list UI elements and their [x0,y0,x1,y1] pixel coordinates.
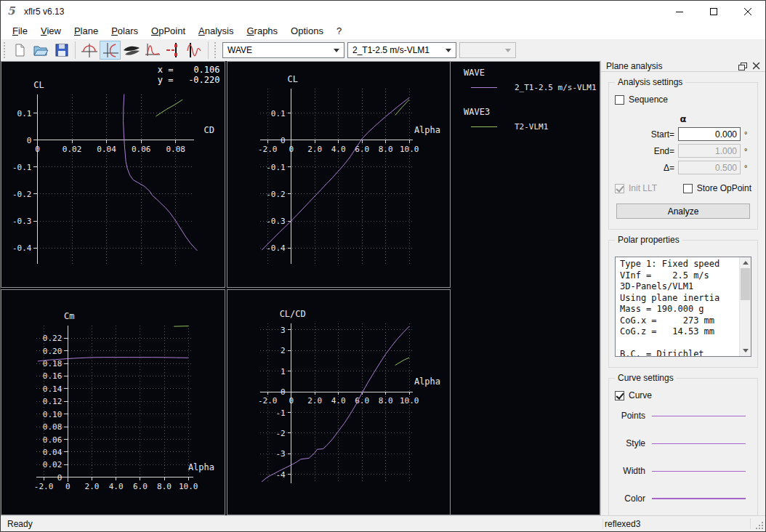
new-file-icon [12,43,27,57]
legend-entry[interactable]: T2-VLM1 [451,121,600,132]
param-input[interactable] [678,127,741,141]
svg-text:-3: -3 [275,449,285,459]
scrollbar-thumb[interactable] [741,268,750,300]
chevron-down-icon [446,49,451,52]
toolbar-grip[interactable] [4,42,6,58]
svg-text:1: 1 [281,366,286,376]
open-file-button[interactable] [30,41,51,60]
close-panel-icon[interactable] [753,63,760,70]
graph-clcd-alpha[interactable]: -2.002.04.06.08.010.03210-1-2-3-4CL/CDAl… [227,289,451,516]
param-label: Start= [651,129,674,140]
svg-text:-0.4: -0.4 [12,243,32,253]
svg-text:10.0: 10.0 [399,396,419,406]
toolbar: WAVE2_T1-2.5 m/s-VLM1 [1,39,765,61]
legend-group: WAVE3T2-VLM1 [451,107,600,132]
scroll-up-icon[interactable] [743,261,749,265]
minimize-icon [676,8,684,16]
toolbar-grip[interactable] [214,42,217,58]
svg-text:0: 0 [35,145,40,154]
svg-text:8.0: 8.0 [378,145,392,154]
svg-text:0.22: 0.22 [43,334,63,343]
curve-width-selector[interactable]: Width [609,466,746,476]
time-response-view-icon [186,42,203,58]
dock-title-bar[interactable]: Plane analysis [601,61,765,72]
svg-text:-0.3: -0.3 [266,217,286,226]
legend-entry[interactable]: 2_T1-2.5 m/s-VLM1 [451,82,600,92]
svg-text:2.0: 2.0 [307,145,322,154]
curve-row-label: Style [609,438,645,448]
svg-text:0: 0 [289,145,294,154]
menu-view[interactable]: View [34,24,68,38]
close-button[interactable] [731,1,765,23]
param-row-0: Start=° [609,127,750,141]
save-button[interactable] [51,41,72,60]
status-plane-name: reflexed3 [605,519,640,529]
menu-plane[interactable]: Plane [68,24,105,38]
svg-text:-2.0: -2.0 [257,396,277,406]
polar-arc-view-button[interactable] [78,41,100,60]
curve-checkbox[interactable] [615,391,624,400]
menu-polars[interactable]: Polars [105,24,145,38]
graph-cl-alpha[interactable]: -2.002.04.06.08.010.00.10-0.1-0.2-0.3-0.… [227,61,451,288]
legend-label: 2_T1-2.5 m/s-VLM1 [515,83,597,92]
svg-text:-1: -1 [275,408,285,417]
menu-help[interactable]: ? [330,24,348,38]
curve-style-selector[interactable]: Style [609,438,746,448]
float-panel-icon[interactable] [738,63,747,70]
svg-text:0: 0 [289,396,294,406]
menu-analysis[interactable]: Analysis [192,24,240,38]
minimize-button[interactable] [663,1,697,23]
svg-text:0: 0 [57,472,63,482]
legend-polar-name: WAVE [464,68,600,78]
curve-line-sample [652,416,746,416]
param-rows: Start=°End=°Δ=° [609,127,757,174]
svg-text:8.0: 8.0 [378,396,392,406]
graph-cm-alpha[interactable]: -2.002.04.06.08.010.00.220.200.180.160.1… [1,289,225,516]
polar-properties-scrollbar[interactable] [739,257,751,356]
polar-graph-view-button[interactable] [100,41,121,60]
menu-graphs[interactable]: Graphs [240,24,284,38]
svg-text:0.06: 0.06 [132,145,151,154]
maximize-button[interactable] [697,1,731,23]
new-file-button[interactable] [9,41,30,60]
svg-text:10.0: 10.0 [179,481,198,491]
curve-points-selector[interactable]: Points [609,411,746,421]
wing-3d-view-button[interactable] [121,41,142,60]
svg-text:4.0: 4.0 [331,145,345,154]
curve-style-rows: PointsStyleWidthColor [609,411,757,504]
scroll-down-icon[interactable] [743,349,749,352]
menu-file[interactable]: File [6,24,34,38]
polar-graphs: x = 0.106 y = -0.220 00.020.040.060.080.… [1,61,451,515]
graph-cl-cd[interactable]: x = 0.106 y = -0.220 00.020.040.060.080.… [1,61,225,288]
cp-view-button[interactable] [142,41,163,60]
curve-color-selector[interactable]: Color [609,493,746,504]
svg-text:CD: CD [204,125,214,135]
stability-view-button[interactable] [163,41,184,60]
polar-legend[interactable]: WAVE2_T1-2.5 m/s-VLM1WAVE3T2-VLM1 [451,61,600,515]
svg-text:CL: CL [33,80,44,90]
dock-title: Plane analysis [606,61,662,71]
svg-text:Cm: Cm [64,310,74,321]
menu-options[interactable]: Options [284,24,330,38]
svg-text:Alpha: Alpha [188,462,214,472]
svg-text:-0.4: -0.4 [266,243,286,253]
svg-text:-0.3: -0.3 [12,217,32,226]
analyze-button[interactable]: Analyze [616,203,750,219]
toolbar-combo-0[interactable]: WAVE [222,42,344,58]
svg-text:0.06: 0.06 [43,435,63,444]
menu-oppoint[interactable]: OpPoint [145,24,192,38]
store-oppoint-row[interactable]: Store OpPoint [683,183,751,193]
svg-text:0.1: 0.1 [270,109,285,118]
sequence-checkbox-row[interactable]: Sequence [615,94,757,105]
legend-line-sample [471,126,497,127]
sequence-checkbox[interactable] [615,95,624,105]
svg-text:0.08: 0.08 [43,422,63,432]
toolbar-combo-1[interactable]: 2_T1-2.5 m/s-VLM1 [347,42,456,58]
curve-checkbox-row[interactable]: Curve [615,390,757,400]
svg-text:6.0: 6.0 [133,481,148,491]
svg-text:0.16: 0.16 [43,371,63,381]
time-response-view-button[interactable] [184,41,205,60]
store-oppoint-checkbox[interactable] [683,184,693,193]
close-icon [744,8,752,16]
resize-grip[interactable] [762,528,763,529]
